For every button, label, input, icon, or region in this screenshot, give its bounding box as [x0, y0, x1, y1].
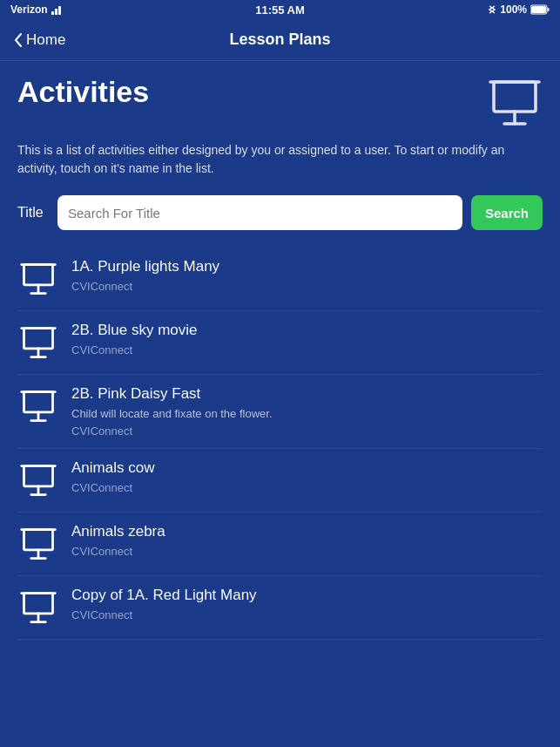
- carrier-label: Verizon: [10, 3, 48, 16]
- activity-text: 2B. Blue sky movie CVIConnect: [71, 322, 543, 357]
- page-header: Activities: [17, 75, 543, 131]
- activity-text: Animals zebra CVIConnect: [71, 523, 543, 558]
- activity-list: 1A. Purple lights Many CVIConnect 2B. Bl…: [17, 248, 543, 640]
- activity-source: CVIConnect: [71, 481, 543, 494]
- activity-icon: [17, 459, 59, 501]
- svg-rect-1: [55, 9, 57, 15]
- easel-list-icon: [19, 461, 57, 499]
- activity-source: CVIConnect: [71, 280, 543, 293]
- search-row: Title Search: [17, 195, 543, 230]
- svg-rect-0: [51, 11, 54, 15]
- svg-rect-5: [548, 8, 550, 11]
- svg-rect-10: [24, 265, 53, 285]
- activity-item[interactable]: Animals cow CVIConnect: [17, 449, 543, 513]
- activity-item[interactable]: 1A. Purple lights Many CVIConnect: [17, 248, 543, 311]
- battery-label: 100%: [500, 3, 527, 16]
- activity-icon: [17, 322, 59, 363]
- search-input[interactable]: [57, 195, 462, 230]
- nav-title: Lesson Plans: [229, 31, 330, 49]
- activity-description: Child will locate and fixate on the flow…: [71, 407, 543, 420]
- bluetooth-icon: [488, 3, 496, 16]
- page-title: Activities: [17, 75, 149, 109]
- back-button[interactable]: Home: [14, 31, 65, 49]
- activity-title: Animals cow: [71, 459, 543, 477]
- activity-title: Animals zebra: [71, 523, 543, 540]
- svg-rect-14: [24, 329, 53, 349]
- activity-source: CVIConnect: [71, 343, 543, 357]
- svg-rect-30: [24, 594, 53, 614]
- activity-title: 2B. Blue sky movie: [71, 322, 543, 339]
- activity-text: 1A. Purple lights Many CVIConnect: [71, 258, 543, 293]
- status-time: 11:55 AM: [255, 3, 305, 17]
- activity-title: 1A. Purple lights Many: [71, 258, 543, 275]
- activity-text: Animals cow CVIConnect: [71, 459, 543, 494]
- search-label: Title: [17, 205, 49, 221]
- svg-rect-2: [58, 6, 61, 15]
- activity-item[interactable]: 2B. Pink Daisy Fast Child will locate an…: [17, 375, 543, 449]
- back-chevron-icon: [14, 33, 23, 47]
- activity-icon: [17, 587, 59, 628]
- main-content: Activities This is a list of activities …: [0, 61, 560, 654]
- activity-source: CVIConnect: [71, 424, 543, 438]
- activity-title: Copy of 1A. Red Light Many: [71, 587, 543, 604]
- status-right: 100%: [488, 3, 550, 16]
- activity-source: CVIConnect: [71, 545, 543, 558]
- status-bar: Verizon 11:55 AM 100%: [0, 0, 560, 19]
- nav-bar: Home Lesson Plans: [0, 19, 560, 61]
- activity-item[interactable]: Copy of 1A. Red Light Many CVIConnect: [17, 576, 543, 640]
- svg-rect-26: [24, 530, 53, 550]
- svg-rect-22: [24, 466, 53, 486]
- activity-item[interactable]: Animals zebra CVIConnect: [17, 513, 543, 576]
- easel-list-icon: [19, 260, 57, 298]
- easel-list-icon: [19, 387, 57, 425]
- activity-icon: [17, 258, 59, 300]
- search-button[interactable]: Search: [471, 195, 543, 230]
- back-label: Home: [26, 31, 65, 49]
- easel-list-icon: [19, 525, 57, 563]
- easel-list-icon: [19, 588, 57, 627]
- activity-text: 2B. Pink Daisy Fast Child will locate an…: [71, 385, 543, 438]
- svg-rect-18: [24, 392, 53, 412]
- svg-rect-6: [494, 82, 536, 112]
- activity-icon: [17, 523, 59, 565]
- battery-icon: [530, 4, 550, 15]
- status-left: Verizon: [10, 3, 65, 16]
- activity-source: CVIConnect: [71, 608, 543, 621]
- activity-icon: [17, 385, 59, 427]
- activity-text: Copy of 1A. Red Light Many CVIConnect: [71, 587, 543, 621]
- activity-item[interactable]: 2B. Blue sky movie CVIConnect: [17, 311, 543, 375]
- wifi-icon: [51, 4, 65, 15]
- easel-list-icon: [19, 323, 57, 362]
- easel-header-icon: [487, 75, 543, 131]
- activity-title: 2B. Pink Daisy Fast: [71, 385, 543, 403]
- page-description: This is a list of activities either desi…: [17, 141, 543, 178]
- svg-rect-4: [531, 6, 546, 13]
